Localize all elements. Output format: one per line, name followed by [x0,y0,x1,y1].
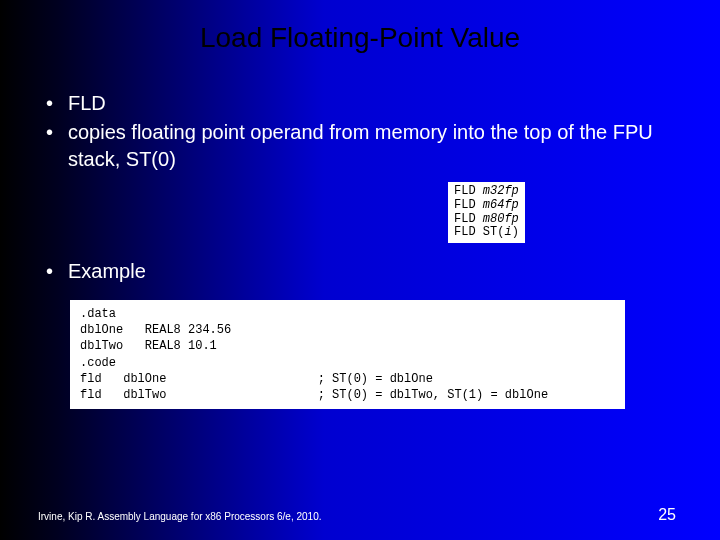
op-line: FLD m64fp [454,198,519,212]
bullet-marker: • [38,260,68,283]
footer-citation: Irvine, Kip R. Assembly Language for x86… [38,511,322,522]
slide-title: Load Floating-Point Value [0,22,720,54]
opcode-table: FLD m32fp FLD m64fp FLD m80fp FLD ST(i) [448,182,525,243]
op-line: FLD ST(i) [454,225,519,239]
bullet-item: copies floating point operand from memor… [38,119,678,173]
bullet-list: FLD copies floating point operand from m… [38,90,678,175]
code-line: fld dblOne ; ST(0) = dblOne [80,372,433,386]
code-line: .data [80,307,116,321]
code-line: .code [80,356,116,370]
code-line: dblOne REAL8 234.56 [80,323,231,337]
bullet-text: copies floating point operand from memor… [68,121,653,170]
code-example: .data dblOne REAL8 234.56 dblTwo REAL8 1… [70,300,625,409]
bullet-item: FLD [38,90,678,117]
code-line: dblTwo REAL8 10.1 [80,339,217,353]
op-line: FLD m80fp [454,212,519,226]
example-bullet: •Example [38,260,678,283]
page-number: 25 [658,506,676,524]
example-label: Example [68,260,146,282]
code-line: fld dblTwo ; ST(0) = dblTwo, ST(1) = dbl… [80,388,548,402]
op-line: FLD m32fp [454,184,519,198]
bullet-text: FLD [68,92,106,114]
slide: Load Floating-Point Value FLD copies flo… [0,0,720,540]
